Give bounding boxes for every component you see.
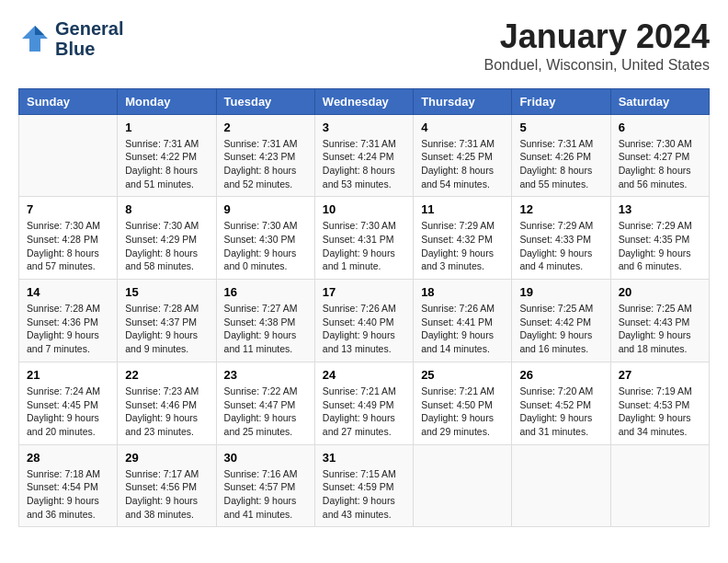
column-header-thursday: Thursday (414, 88, 512, 114)
day-info: Sunrise: 7:29 AMSunset: 4:32 PMDaylight:… (421, 219, 504, 273)
day-info: Sunrise: 7:30 AMSunset: 4:28 PMDaylight:… (27, 219, 109, 273)
calendar-cell: 3Sunrise: 7:31 AMSunset: 4:24 PMDaylight… (314, 114, 413, 197)
day-info: Sunrise: 7:21 AMSunset: 4:50 PMDaylight:… (421, 385, 504, 439)
location: Bonduel, Wisconsin, United States (484, 57, 710, 74)
calendar-table: SundayMondayTuesdayWednesdayThursdayFrid… (18, 88, 710, 528)
day-info: Sunrise: 7:30 AMSunset: 4:29 PMDaylight:… (125, 219, 208, 273)
calendar-cell: 14Sunrise: 7:28 AMSunset: 4:36 PMDayligh… (19, 280, 118, 362)
calendar-cell: 21Sunrise: 7:24 AMSunset: 4:45 PMDayligh… (19, 362, 118, 444)
day-number: 15 (125, 285, 208, 299)
day-number: 30 (224, 451, 307, 465)
calendar-cell (19, 114, 118, 197)
calendar-week-row: 14Sunrise: 7:28 AMSunset: 4:36 PMDayligh… (19, 280, 710, 362)
day-number: 7 (27, 202, 109, 216)
calendar-cell: 12Sunrise: 7:29 AMSunset: 4:33 PMDayligh… (512, 197, 610, 280)
calendar-cell: 10Sunrise: 7:30 AMSunset: 4:31 PMDayligh… (314, 197, 413, 280)
day-number: 28 (27, 451, 109, 465)
day-number: 17 (323, 285, 405, 299)
calendar-cell: 20Sunrise: 7:25 AMSunset: 4:43 PMDayligh… (610, 280, 709, 362)
day-number: 27 (619, 368, 701, 382)
column-header-wednesday: Wednesday (314, 88, 413, 114)
calendar-cell: 22Sunrise: 7:23 AMSunset: 4:46 PMDayligh… (118, 362, 216, 444)
day-number: 6 (619, 121, 701, 134)
day-info: Sunrise: 7:18 AMSunset: 4:54 PMDaylight:… (27, 467, 109, 522)
logo-text: General Blue (55, 18, 123, 59)
calendar-cell: 23Sunrise: 7:22 AMSunset: 4:47 PMDayligh… (216, 362, 314, 444)
day-info: Sunrise: 7:30 AMSunset: 4:30 PMDaylight:… (224, 219, 307, 273)
day-number: 10 (323, 202, 405, 216)
calendar-cell: 9Sunrise: 7:30 AMSunset: 4:30 PMDaylight… (216, 197, 314, 280)
calendar-week-row: 7Sunrise: 7:30 AMSunset: 4:28 PMDaylight… (19, 197, 710, 280)
calendar-cell (414, 444, 512, 527)
calendar-cell: 29Sunrise: 7:17 AMSunset: 4:56 PMDayligh… (118, 444, 216, 527)
day-number: 8 (125, 202, 208, 216)
day-number: 22 (125, 368, 208, 382)
day-info: Sunrise: 7:17 AMSunset: 4:56 PMDaylight:… (125, 467, 208, 522)
calendar-cell: 15Sunrise: 7:28 AMSunset: 4:37 PMDayligh… (118, 280, 216, 362)
calendar-cell: 16Sunrise: 7:27 AMSunset: 4:38 PMDayligh… (216, 280, 314, 362)
page-header: General Blue January 2024 Bonduel, Wisco… (18, 18, 710, 74)
column-header-tuesday: Tuesday (216, 88, 314, 114)
calendar-cell: 7Sunrise: 7:30 AMSunset: 4:28 PMDaylight… (19, 197, 118, 280)
day-info: Sunrise: 7:16 AMSunset: 4:57 PMDaylight:… (224, 467, 307, 522)
logo: General Blue (18, 18, 123, 59)
day-info: Sunrise: 7:28 AMSunset: 4:37 PMDaylight:… (125, 302, 208, 356)
column-header-sunday: Sunday (19, 88, 118, 114)
day-info: Sunrise: 7:27 AMSunset: 4:38 PMDaylight:… (224, 302, 307, 356)
calendar-cell: 5Sunrise: 7:31 AMSunset: 4:26 PMDaylight… (512, 114, 610, 197)
calendar-cell: 18Sunrise: 7:26 AMSunset: 4:41 PMDayligh… (414, 280, 512, 362)
day-info: Sunrise: 7:30 AMSunset: 4:27 PMDaylight:… (619, 137, 701, 191)
day-number: 18 (421, 285, 504, 299)
day-info: Sunrise: 7:22 AMSunset: 4:47 PMDaylight:… (224, 385, 307, 439)
day-number: 23 (224, 368, 307, 382)
calendar-cell: 19Sunrise: 7:25 AMSunset: 4:42 PMDayligh… (512, 280, 610, 362)
calendar-cell: 30Sunrise: 7:16 AMSunset: 4:57 PMDayligh… (216, 444, 314, 527)
column-header-friday: Friday (512, 88, 610, 114)
calendar-cell: 8Sunrise: 7:30 AMSunset: 4:29 PMDaylight… (118, 197, 216, 280)
day-info: Sunrise: 7:25 AMSunset: 4:43 PMDaylight:… (619, 302, 701, 356)
day-info: Sunrise: 7:31 AMSunset: 4:24 PMDaylight:… (323, 137, 405, 191)
day-info: Sunrise: 7:31 AMSunset: 4:26 PMDaylight:… (519, 137, 602, 191)
day-number: 26 (519, 368, 602, 382)
day-number: 16 (224, 285, 307, 299)
day-number: 2 (224, 121, 307, 134)
calendar-cell: 31Sunrise: 7:15 AMSunset: 4:59 PMDayligh… (314, 444, 413, 527)
day-number: 13 (619, 202, 701, 216)
day-info: Sunrise: 7:24 AMSunset: 4:45 PMDaylight:… (27, 385, 109, 439)
day-info: Sunrise: 7:26 AMSunset: 4:40 PMDaylight:… (323, 302, 405, 356)
day-info: Sunrise: 7:31 AMSunset: 4:23 PMDaylight:… (224, 137, 307, 191)
day-number: 4 (421, 121, 504, 134)
svg-marker-1 (35, 26, 44, 35)
calendar-week-row: 21Sunrise: 7:24 AMSunset: 4:45 PMDayligh… (19, 362, 710, 444)
day-info: Sunrise: 7:28 AMSunset: 4:36 PMDaylight:… (27, 302, 109, 356)
day-number: 19 (519, 285, 602, 299)
calendar-cell: 6Sunrise: 7:30 AMSunset: 4:27 PMDaylight… (610, 114, 709, 197)
day-number: 31 (323, 451, 405, 465)
calendar-cell (512, 444, 610, 527)
calendar-cell: 28Sunrise: 7:18 AMSunset: 4:54 PMDayligh… (19, 444, 118, 527)
day-number: 9 (224, 202, 307, 216)
calendar-cell: 13Sunrise: 7:29 AMSunset: 4:35 PMDayligh… (610, 197, 709, 280)
day-number: 11 (421, 202, 504, 216)
day-number: 1 (125, 121, 208, 134)
calendar-cell: 4Sunrise: 7:31 AMSunset: 4:25 PMDaylight… (414, 114, 512, 197)
calendar-cell: 17Sunrise: 7:26 AMSunset: 4:40 PMDayligh… (314, 280, 413, 362)
day-info: Sunrise: 7:30 AMSunset: 4:31 PMDaylight:… (323, 219, 405, 273)
day-info: Sunrise: 7:31 AMSunset: 4:22 PMDaylight:… (125, 137, 208, 191)
calendar-cell (610, 444, 709, 527)
column-header-saturday: Saturday (610, 88, 709, 114)
calendar-cell: 26Sunrise: 7:20 AMSunset: 4:52 PMDayligh… (512, 362, 610, 444)
calendar-cell: 11Sunrise: 7:29 AMSunset: 4:32 PMDayligh… (414, 197, 512, 280)
day-number: 14 (27, 285, 109, 299)
day-info: Sunrise: 7:19 AMSunset: 4:53 PMDaylight:… (619, 385, 701, 439)
column-header-monday: Monday (118, 88, 216, 114)
day-info: Sunrise: 7:20 AMSunset: 4:52 PMDaylight:… (519, 385, 602, 439)
logo-icon (18, 22, 51, 55)
day-number: 3 (323, 121, 405, 134)
day-number: 21 (27, 368, 109, 382)
day-number: 20 (619, 285, 701, 299)
day-info: Sunrise: 7:26 AMSunset: 4:41 PMDaylight:… (421, 302, 504, 356)
day-number: 25 (421, 368, 504, 382)
calendar-week-row: 28Sunrise: 7:18 AMSunset: 4:54 PMDayligh… (19, 444, 710, 527)
calendar-cell: 1Sunrise: 7:31 AMSunset: 4:22 PMDaylight… (118, 114, 216, 197)
